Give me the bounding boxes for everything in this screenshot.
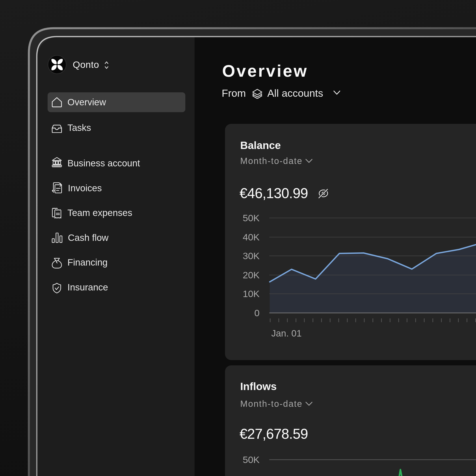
svg-text:50K: 50K: [243, 454, 260, 465]
svg-text:30K: 30K: [243, 251, 260, 261]
svg-text:10K: 10K: [243, 289, 260, 299]
svg-text:Jan. 01: Jan. 01: [271, 328, 302, 339]
svg-text:50K: 50K: [243, 213, 260, 223]
svg-text:40K: 40K: [243, 232, 260, 242]
svg-text:20K: 20K: [243, 270, 260, 280]
svg-text:0: 0: [254, 308, 260, 318]
